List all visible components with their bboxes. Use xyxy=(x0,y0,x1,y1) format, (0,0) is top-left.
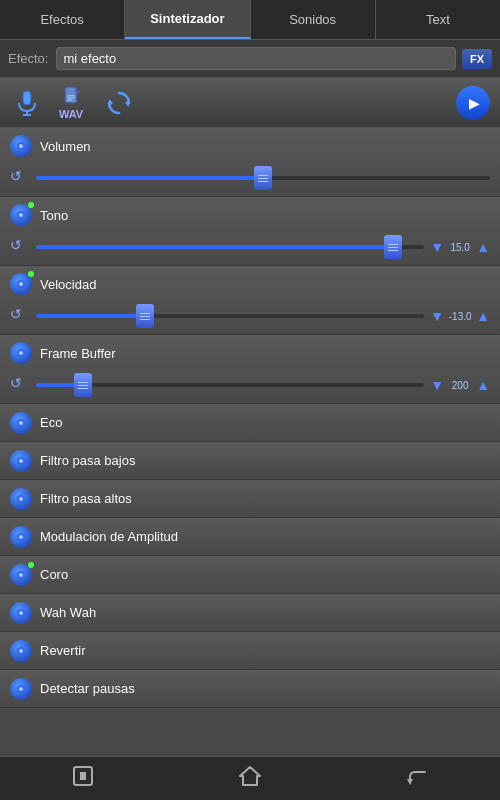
section-velocidad: Velocidad ↺ ▼ -13.0 ▲ xyxy=(0,266,500,335)
content-area: Volumen ↺ Tono xyxy=(0,128,500,756)
tab-text[interactable]: Text xyxy=(376,0,500,39)
tono-reset[interactable]: ↺ xyxy=(10,237,30,257)
frame-buffer-reset[interactable]: ↺ xyxy=(10,375,30,395)
tab-efectos[interactable]: Efectos xyxy=(0,0,125,39)
velocidad-value: -13.0 xyxy=(446,311,474,322)
effect-input[interactable] xyxy=(56,47,455,70)
mic-icon[interactable] xyxy=(10,86,44,120)
filtro-bajos-icon xyxy=(10,450,32,472)
coro-icon xyxy=(10,564,32,586)
tono-value-controls: ▼ 15.0 ▲ xyxy=(430,240,490,254)
frame-buffer-value: 200 xyxy=(446,380,474,391)
section-revertir[interactable]: Revertir xyxy=(0,632,500,670)
frame-buffer-icon[interactable] xyxy=(10,342,32,364)
frame-buffer-title: Frame Buffer xyxy=(40,346,116,361)
svg-point-25 xyxy=(19,535,23,539)
fx-button[interactable]: FX xyxy=(462,49,492,69)
detectar-pausas-icon xyxy=(10,678,32,700)
svg-point-19 xyxy=(19,421,23,425)
coro-title: Coro xyxy=(40,567,68,582)
volumen-slider[interactable] xyxy=(36,176,490,180)
refresh-icon[interactable] xyxy=(102,86,136,120)
filtro-bajos-title: Filtro pasa bajos xyxy=(40,453,135,468)
section-wah-wah[interactable]: Wah Wah xyxy=(0,594,500,632)
svg-marker-36 xyxy=(240,767,260,785)
filtro-altos-icon xyxy=(10,488,32,510)
tono-up[interactable]: ▲ xyxy=(476,240,490,254)
wah-wah-icon xyxy=(10,602,32,624)
detectar-pausas-title: Detectar pausas xyxy=(40,681,135,696)
eco-icon xyxy=(10,412,32,434)
velocidad-value-controls: ▼ -13.0 ▲ xyxy=(430,309,490,323)
velocidad-slider[interactable] xyxy=(36,314,424,318)
return-button[interactable] xyxy=(405,764,429,793)
eco-title: Eco xyxy=(40,415,62,430)
velocidad-down[interactable]: ▼ xyxy=(430,309,444,323)
play-button[interactable]: ▶ xyxy=(456,86,490,120)
svg-marker-8 xyxy=(125,99,129,107)
tab-sonidos[interactable]: Sonidos xyxy=(251,0,376,39)
svg-marker-37 xyxy=(407,779,413,785)
section-filtro-bajos[interactable]: Filtro pasa bajos xyxy=(0,442,500,480)
frame-buffer-value-controls: ▼ 200 ▲ xyxy=(430,378,490,392)
velocidad-title: Velocidad xyxy=(40,277,96,292)
svg-point-11 xyxy=(19,144,23,148)
tono-title: Tono xyxy=(40,208,68,223)
tono-down[interactable]: ▼ xyxy=(430,240,444,254)
frame-buffer-slider[interactable] xyxy=(36,383,424,387)
velocidad-icon[interactable] xyxy=(10,273,32,295)
modulacion-icon xyxy=(10,526,32,548)
volumen-reset[interactable]: ↺ xyxy=(10,168,30,188)
section-coro[interactable]: Coro xyxy=(0,556,500,594)
frame-buffer-down[interactable]: ▼ xyxy=(430,378,444,392)
frame-buffer-up[interactable]: ▲ xyxy=(476,378,490,392)
svg-point-13 xyxy=(19,213,23,217)
section-frame-buffer: Frame Buffer ↺ ▼ 200 ▲ xyxy=(0,335,500,404)
wah-wah-title: Wah Wah xyxy=(40,605,96,620)
tab-bar: Efectos Sintetizador Sonidos Text xyxy=(0,0,500,40)
svg-point-17 xyxy=(19,351,23,355)
svg-point-31 xyxy=(19,649,23,653)
svg-point-33 xyxy=(19,687,23,691)
revertir-title: Revertir xyxy=(40,643,86,658)
home-button[interactable] xyxy=(238,764,262,793)
section-tono: Tono ↺ ▼ 15.0 ▲ xyxy=(0,197,500,266)
svg-point-15 xyxy=(19,282,23,286)
effect-label: Efecto: xyxy=(8,51,48,66)
toolbar: WAV ▶ xyxy=(0,78,500,128)
svg-rect-35 xyxy=(80,772,86,780)
section-eco[interactable]: Eco xyxy=(0,404,500,442)
svg-point-23 xyxy=(19,497,23,501)
wav-icon[interactable]: WAV xyxy=(56,86,90,120)
bottom-nav xyxy=(0,756,500,800)
back-button[interactable] xyxy=(71,764,95,793)
filtro-altos-title: Filtro pasa altos xyxy=(40,491,132,506)
revertir-icon xyxy=(10,640,32,662)
volumen-icon[interactable] xyxy=(10,135,32,157)
svg-point-27 xyxy=(19,573,23,577)
section-filtro-altos[interactable]: Filtro pasa altos xyxy=(0,480,500,518)
svg-point-21 xyxy=(19,459,23,463)
section-detectar-pausas[interactable]: Detectar pausas xyxy=(0,670,500,708)
effect-bar: Efecto: FX xyxy=(0,40,500,78)
svg-rect-0 xyxy=(23,91,31,105)
volumen-title: Volumen xyxy=(40,139,91,154)
modulacion-title: Modulacion de Amplitud xyxy=(40,529,178,544)
section-modulacion[interactable]: Modulacion de Amplitud xyxy=(0,518,500,556)
svg-marker-4 xyxy=(75,87,81,93)
wav-label: WAV xyxy=(59,108,83,120)
tono-value: 15.0 xyxy=(446,242,474,253)
svg-point-29 xyxy=(19,611,23,615)
section-volumen: Volumen ↺ xyxy=(0,128,500,197)
velocidad-reset[interactable]: ↺ xyxy=(10,306,30,326)
svg-marker-9 xyxy=(109,99,113,107)
tono-icon[interactable] xyxy=(10,204,32,226)
tono-slider[interactable] xyxy=(36,245,424,249)
velocidad-up[interactable]: ▲ xyxy=(476,309,490,323)
tab-sintetizador[interactable]: Sintetizador xyxy=(125,0,250,39)
